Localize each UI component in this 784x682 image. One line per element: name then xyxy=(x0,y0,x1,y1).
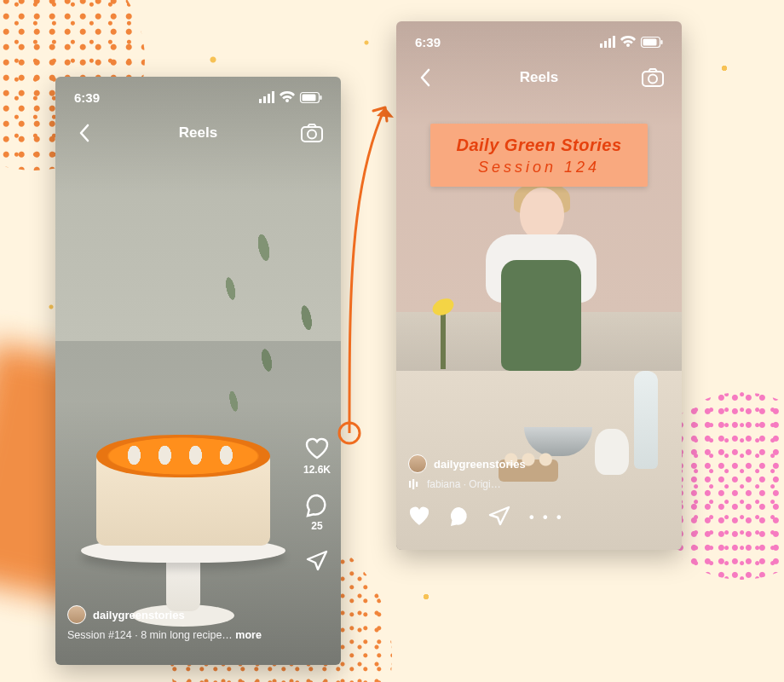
svg-rect-8 xyxy=(661,40,663,44)
wifi-icon xyxy=(620,36,636,48)
phone-b-person-illustration xyxy=(473,188,609,392)
svg-rect-11 xyxy=(409,481,411,488)
status-time: 6:39 xyxy=(415,35,441,49)
camera-icon xyxy=(642,68,664,87)
caption-area: dailygreenstories Session #124 · 8 min l… xyxy=(67,605,264,641)
comment-button[interactable]: 25 xyxy=(305,493,329,532)
signal-icon xyxy=(600,36,615,48)
phone-a-cake-illustration xyxy=(81,422,285,627)
comments-count: 25 xyxy=(311,520,322,532)
heart-filled-icon xyxy=(408,506,430,526)
comment-button[interactable] xyxy=(449,506,470,529)
battery-icon xyxy=(300,92,322,103)
camera-button[interactable] xyxy=(300,121,324,145)
navbar: Reels xyxy=(396,62,682,93)
phone-mockup-left: 6:39 Reels 12.6K 25 xyxy=(55,77,341,665)
status-time: 6:39 xyxy=(74,90,100,105)
back-button[interactable] xyxy=(413,66,437,90)
statusbar: 6:39 xyxy=(55,89,341,106)
caption-area: dailygreenstories fabiana · Origi… xyxy=(408,454,526,490)
caption-text: Session #124 · 8 min long recipe… xyxy=(67,629,235,641)
phone-b-jug-illustration xyxy=(595,429,629,475)
navbar: Reels xyxy=(55,118,341,148)
caption-more[interactable]: more xyxy=(235,629,262,641)
phone-mockup-right: 6:39 Reels Daily Green Stories Session 1… xyxy=(396,21,682,550)
right-action-rail: 12.6K 25 xyxy=(303,436,331,571)
svg-rect-1 xyxy=(303,94,316,101)
battery-icon xyxy=(641,37,663,48)
page-title: Reels xyxy=(520,69,558,86)
share-icon xyxy=(305,549,329,571)
back-button[interactable] xyxy=(72,121,96,145)
share-button[interactable] xyxy=(305,549,329,571)
likes-count: 12.6K xyxy=(303,464,331,476)
svg-point-4 xyxy=(308,130,316,139)
comment-filled-icon xyxy=(449,506,470,526)
statusbar: 6:39 xyxy=(396,33,682,50)
svg-rect-2 xyxy=(320,95,322,100)
signal-icon xyxy=(259,91,274,103)
audio-label[interactable]: fabiana · Origi… xyxy=(427,478,501,490)
audio-icon xyxy=(408,478,420,490)
more-button[interactable]: • • • xyxy=(529,510,564,525)
username[interactable]: dailygreenstories xyxy=(93,609,185,621)
phone-b-flower-illustration xyxy=(441,309,446,369)
chevron-left-icon xyxy=(419,68,431,87)
phone-b-bottle-illustration xyxy=(634,371,658,469)
svg-point-5 xyxy=(339,423,360,443)
svg-rect-7 xyxy=(643,38,657,45)
share-button[interactable] xyxy=(488,506,510,529)
title-banner: Daily Green Stories Session 124 xyxy=(430,124,648,187)
avatar[interactable] xyxy=(67,605,86,624)
bottom-action-row: • • • xyxy=(408,506,564,529)
avatar[interactable] xyxy=(408,454,427,473)
heart-icon xyxy=(304,436,330,460)
svg-rect-13 xyxy=(416,482,418,487)
like-button[interactable]: 12.6K xyxy=(303,436,331,476)
like-button[interactable] xyxy=(408,506,430,529)
comment-icon xyxy=(305,493,329,517)
camera-icon xyxy=(301,124,323,142)
svg-rect-12 xyxy=(412,479,414,489)
banner-line-2: Session 124 xyxy=(444,159,634,176)
svg-point-10 xyxy=(649,75,657,84)
username[interactable]: dailygreenstories xyxy=(434,458,526,471)
share-icon xyxy=(488,506,510,526)
camera-button[interactable] xyxy=(641,66,665,90)
chevron-left-icon xyxy=(78,124,90,142)
page-title: Reels xyxy=(179,124,217,142)
wifi-icon xyxy=(280,91,295,103)
banner-line-1: Daily Green Stories xyxy=(444,136,634,155)
